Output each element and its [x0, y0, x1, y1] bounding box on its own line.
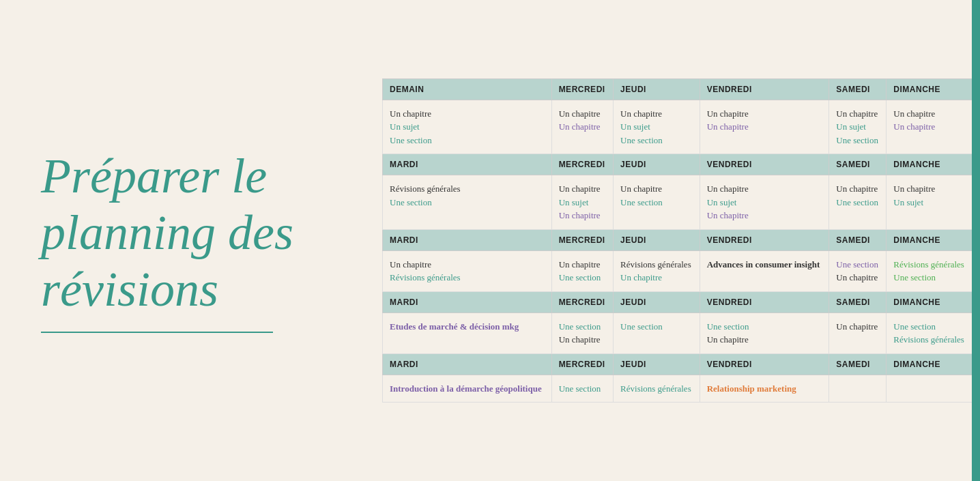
cell-text: Une section: [893, 271, 966, 285]
data-cell: [829, 375, 887, 403]
header-cell: MERCREDI: [551, 154, 613, 175]
data-cell: Un chapitreUn sujetUn chapitre: [551, 175, 613, 230]
cell-text: Un chapitre: [559, 258, 606, 272]
cell-text: Introduction à la démarche géopolitique: [390, 382, 545, 396]
cell-text: Un chapitre: [707, 182, 822, 196]
cell-text: Un chapitre: [707, 107, 822, 121]
header-cell: JEUDI: [614, 353, 700, 375]
cell-text: Une section: [707, 320, 822, 334]
teal-bar: [972, 0, 980, 481]
cell-text: Un chapitre: [836, 271, 879, 285]
cell-text: Un sujet: [390, 120, 545, 134]
header-cell: SAMEDI: [829, 353, 887, 375]
cell-text: Un chapitre: [707, 120, 822, 134]
data-cell: Un chapitreUn chapitre: [887, 100, 973, 154]
cell-text: Un chapitre: [559, 107, 606, 121]
header-cell: VENDREDI: [700, 353, 829, 375]
cell-text: Un chapitre: [390, 107, 545, 121]
cell-text: Une section: [620, 134, 693, 147]
data-cell: Un chapitreUne section: [551, 250, 613, 291]
header-cell: DIMANCHE: [887, 229, 973, 250]
header-cell: VENDREDI: [700, 291, 829, 312]
cell-text: Un chapitre: [620, 271, 693, 285]
cell-text: Un chapitre: [559, 120, 606, 134]
data-cell: Un chapitre: [829, 312, 887, 353]
cell-text: Révisions générales: [893, 333, 966, 347]
cell-text: Un chapitre: [559, 333, 606, 347]
cell-text: Une section: [893, 320, 966, 334]
right-panel: DEMAINMERCREDIJEUDIVENDREDISAMEDIDIMANCH…: [382, 0, 980, 481]
cell-text: Une section: [620, 320, 693, 334]
header-cell: MARDI: [383, 154, 552, 175]
cell-text: Une section: [836, 134, 879, 147]
data-cell: Un chapitreUn chapitre: [700, 100, 829, 154]
data-cell: Un chapitreUn sujetUne section: [614, 100, 700, 154]
cell-text: Un chapitre: [836, 320, 879, 334]
header-cell: VENDREDI: [700, 229, 829, 250]
cell-text: Un chapitre: [559, 209, 606, 222]
data-cell: Une sectionUn chapitre: [700, 312, 829, 353]
header-cell: JEUDI: [614, 154, 700, 175]
header-cell: DIMANCHE: [887, 78, 973, 100]
cell-text: Révisions générales: [893, 258, 966, 272]
data-cell: Révisions généralesUn chapitre: [614, 250, 700, 291]
cell-text: Un chapitre: [390, 258, 545, 272]
header-cell: SAMEDI: [829, 78, 887, 100]
cell-text: Un sujet: [559, 196, 606, 209]
header-cell: DIMANCHE: [887, 291, 973, 312]
data-cell: Un chapitreUne section: [829, 175, 887, 230]
data-cell: Un chapitreUn sujetUn chapitre: [700, 175, 829, 230]
data-cell: Un chapitreUn sujetUne section: [383, 100, 552, 154]
data-cell: Etudes de marché & décision mkg: [383, 312, 552, 353]
cell-text: Un chapitre: [893, 107, 966, 121]
data-cell: Un chapitreUn sujet: [887, 175, 973, 230]
header-cell: SAMEDI: [829, 291, 887, 312]
header-cell: JEUDI: [614, 291, 700, 312]
cell-text: Révisions générales: [620, 382, 693, 396]
data-cell: Une sectionRévisions générales: [887, 312, 973, 353]
header-cell: JEUDI: [614, 78, 700, 100]
header-cell: MERCREDI: [551, 353, 613, 375]
header-cell: VENDREDI: [700, 78, 829, 100]
cell-text: Un chapitre: [707, 209, 822, 222]
header-cell: VENDREDI: [700, 154, 829, 175]
cell-text: Un chapitre: [836, 182, 879, 196]
cell-text: Révisions générales: [620, 258, 693, 272]
page-title: Préparer le planning des révisions: [41, 148, 355, 317]
data-cell: Révisions généralesUne section: [383, 175, 552, 230]
data-cell: Advances in consumer insight: [700, 250, 829, 291]
cell-text: Un chapitre: [893, 182, 966, 196]
cell-text: Une section: [390, 134, 545, 147]
cell-text: Un sujet: [620, 120, 693, 134]
cell-text: Un chapitre: [836, 107, 879, 121]
header-cell: JEUDI: [614, 229, 700, 250]
cell-text: Révisions générales: [390, 271, 545, 285]
cell-text: Etudes de marché & décision mkg: [390, 320, 545, 334]
cell-text: Révisions générales: [390, 182, 545, 196]
header-cell: DEMAIN: [383, 78, 552, 100]
cell-text: Advances in consumer insight: [707, 258, 822, 272]
cell-text: Une section: [559, 271, 606, 285]
cell-text: Un chapitre: [893, 120, 966, 134]
header-cell: SAMEDI: [829, 229, 887, 250]
left-panel: Préparer le planning des révisions: [0, 0, 382, 481]
cell-text: Une section: [836, 258, 879, 272]
data-cell: Une section: [614, 312, 700, 353]
cell-text: Un sujet: [893, 196, 966, 209]
data-cell: Une sectionUn chapitre: [829, 250, 887, 291]
schedule-table: DEMAINMERCREDIJEUDIVENDREDISAMEDIDIMANCH…: [382, 78, 973, 403]
cell-text: Une section: [559, 320, 606, 334]
cell-text: Un sujet: [707, 196, 822, 209]
cell-text: Un chapitre: [620, 107, 693, 121]
header-cell: MARDI: [383, 229, 552, 250]
header-cell: MARDI: [383, 353, 552, 375]
data-cell: Relationship marketing: [700, 375, 829, 403]
data-cell: Révisions générales: [614, 375, 700, 403]
data-cell: [887, 375, 973, 403]
header-cell: MERCREDI: [551, 78, 613, 100]
data-cell: Un chapitreUn chapitre: [551, 100, 613, 154]
cell-text: Un chapitre: [559, 182, 606, 196]
cell-text: Un chapitre: [620, 182, 693, 196]
header-cell: MARDI: [383, 291, 552, 312]
cell-text: Une section: [836, 196, 879, 209]
